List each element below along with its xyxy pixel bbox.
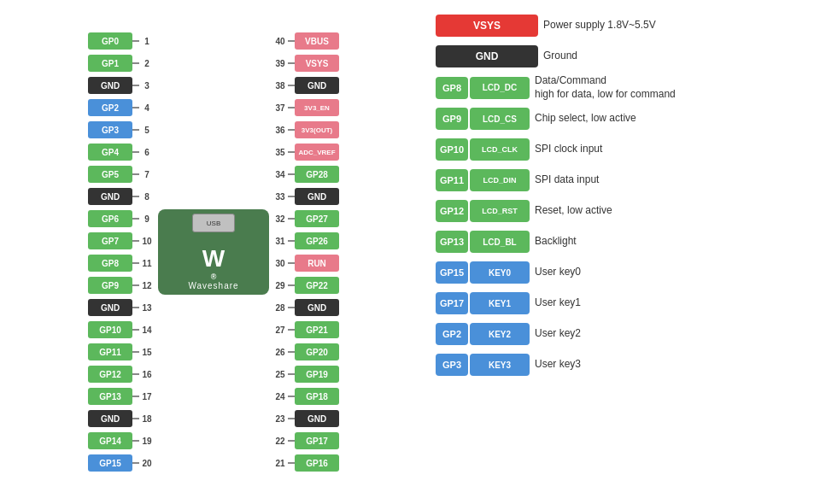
left-pin-row: GP24	[88, 97, 155, 119]
legend-chip: GP11LCD_DIN	[436, 169, 530, 191]
left-pin-row: GP57	[88, 164, 155, 185]
right-pin-row: GP2732	[272, 208, 339, 230]
pin-label: GP4	[88, 144, 132, 161]
left-pin-row: GND3	[88, 75, 155, 97]
left-pin-row: GP46	[88, 142, 155, 163]
pin-number: 20	[139, 459, 155, 468]
pin-label: GND	[295, 77, 339, 94]
left-pin-row: GP1014	[88, 319, 155, 341]
pin-line	[288, 462, 295, 464]
pin-number: 23	[272, 414, 288, 424]
pin-line	[132, 40, 139, 42]
legend-gp: GP12	[436, 200, 468, 222]
left-pin-row: GP811	[88, 253, 155, 274]
right-pin-row: 3V3(OUT)36	[272, 120, 339, 141]
legend-row: GP15KEY0User key0	[436, 260, 811, 285]
legend-desc: Power supply 1.8V~5.5V	[543, 19, 811, 32]
legend-row: GP10LCD_CLKSPI clock input	[436, 137, 811, 162]
pin-number: 28	[272, 303, 288, 313]
right-pin-row: VSYS39	[272, 53, 339, 74]
legend-row: GP2KEY2User key2	[436, 321, 811, 347]
left-pin-row: GP912	[88, 275, 155, 296]
pin-number: 34	[272, 170, 288, 179]
legend-chip: GP3KEY3	[436, 354, 530, 376]
pin-line	[132, 351, 139, 353]
pin-number: 17	[139, 392, 155, 401]
legend-gp: GP10	[436, 138, 468, 161]
legend-chip: GP2KEY2	[436, 323, 530, 345]
pin-number: 6	[139, 148, 155, 157]
pin-line	[132, 440, 139, 442]
pin-number: 2	[139, 59, 155, 68]
pin-label: GND	[295, 188, 339, 205]
pin-number: 7	[139, 170, 155, 179]
pin-label: GP12	[88, 366, 132, 383]
pin-number: 14	[139, 325, 155, 335]
pin-number: 32	[272, 214, 288, 224]
right-pin-row: GP2631	[272, 231, 339, 252]
legend-func: KEY0	[470, 261, 530, 284]
right-pin-row: GP1925	[272, 364, 339, 385]
legend-func: LCD_CS	[470, 108, 530, 130]
legend-row: GP8LCD_DCData/Commandhigh for data, low …	[436, 74, 811, 101]
left-pin-row: GP1419	[88, 431, 155, 452]
legend-desc: Chip select, low active	[535, 112, 811, 126]
legend-func: KEY1	[470, 292, 530, 314]
legend-chip: GP10LCD_CLK	[436, 138, 530, 161]
legend-func-gnd: GND	[436, 45, 538, 67]
pin-line	[288, 396, 295, 397]
legend-row: GP17KEY1User key1	[436, 290, 811, 316]
pin-line	[288, 151, 295, 153]
pin-number: 27	[272, 325, 288, 335]
pin-number: 8	[139, 192, 155, 202]
pin-label: ADC_VREF	[295, 144, 339, 161]
pin-number: 25	[272, 370, 288, 379]
right-pin-row: GND33	[272, 186, 339, 208]
right-pin-row: GP1824	[272, 386, 339, 407]
pin-label: GP9	[88, 277, 132, 294]
pin-line	[288, 107, 295, 108]
pin-line	[132, 284, 139, 286]
legend-chip: GP9LCD_CS	[436, 108, 530, 130]
legend-func: LCD_DC	[470, 77, 530, 99]
pin-line	[132, 262, 139, 264]
legend-gp: GP9	[436, 108, 468, 130]
pin-label: GP18	[295, 388, 339, 405]
pin-line	[288, 218, 295, 220]
board-logo-waveshare: Waveshare	[188, 281, 238, 290]
pin-number: 40	[272, 37, 288, 46]
pin-label: GP17	[295, 432, 339, 449]
pin-label: GP1	[88, 55, 132, 72]
left-pin-row: GP35	[88, 120, 155, 141]
pin-line	[132, 173, 139, 175]
pin-line	[132, 240, 139, 242]
pin-number: 12	[139, 281, 155, 290]
pin-line	[288, 373, 295, 375]
pin-number: 4	[139, 103, 155, 113]
pin-number: 22	[272, 437, 288, 446]
pin-label: GND	[88, 299, 132, 316]
pin-line	[132, 196, 139, 197]
pin-line	[288, 173, 295, 175]
legend-row: GP13LCD_BLBacklight	[436, 229, 811, 255]
legend-chip: GP17KEY1	[436, 292, 530, 314]
legend-gp: GP13	[436, 231, 468, 253]
pin-line	[132, 462, 139, 464]
pin-number: 1	[139, 37, 155, 46]
legend-func: KEY3	[470, 354, 530, 376]
right-pins: VBUS40VSYS39GND383V3_EN373V3(OUT)36ADC_V…	[272, 31, 339, 474]
pin-number: 38	[272, 81, 288, 91]
left-pin-row: GND18	[88, 408, 155, 430]
usb-connector: USB	[192, 214, 235, 232]
left-pin-row: GP1520	[88, 453, 155, 474]
pin-line	[288, 62, 295, 64]
left-pin-row: GP12	[88, 53, 155, 74]
pin-label: GP7	[88, 232, 132, 249]
right-pin-row: GP2127	[272, 319, 339, 341]
right-pin-row: GP1722	[272, 431, 339, 452]
pin-line	[288, 240, 295, 242]
legend-gp: GP8	[436, 77, 468, 99]
legend-row: VSYSPower supply 1.8V~5.5V	[436, 13, 811, 38]
left-pin-row: GND13	[88, 297, 155, 319]
legend-row: GP3KEY3User key3	[436, 352, 811, 378]
